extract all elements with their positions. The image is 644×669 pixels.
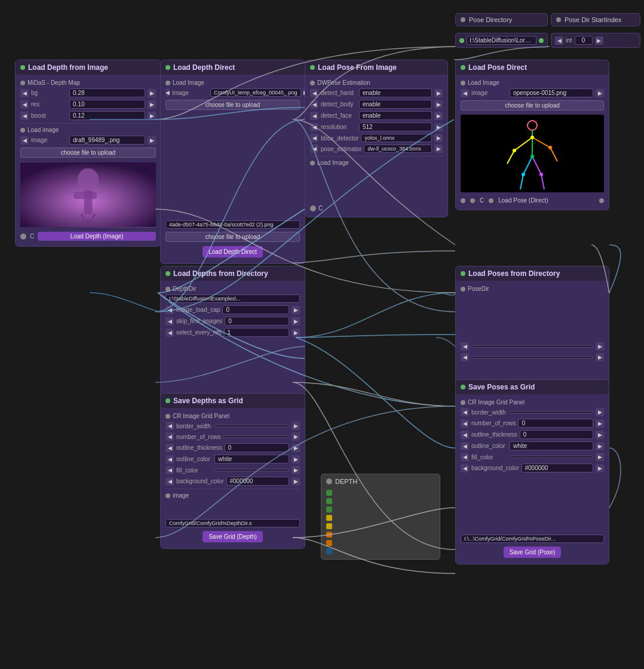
oc-next[interactable]: ▶ bbox=[596, 442, 604, 450]
file2-value[interactable]: 4ade-d507-4a75-b6d4-0a/scott7ed2 (2).png bbox=[165, 220, 300, 229]
r2-next[interactable]: ▶ bbox=[596, 353, 604, 361]
img-next[interactable]: ▶ bbox=[596, 89, 604, 97]
df-value[interactable]: enable bbox=[359, 111, 432, 120]
fc-value[interactable] bbox=[214, 469, 289, 471]
ilc-prev[interactable]: ◀ bbox=[165, 306, 174, 314]
dir-value[interactable]: I:\StableDiffusion\Examples\... bbox=[165, 294, 300, 303]
oc-value[interactable]: white bbox=[214, 455, 289, 464]
fc-next[interactable]: ▶ bbox=[292, 466, 300, 474]
image-value[interactable]: ComfyUI_temp_efceg_00045_.png bbox=[210, 88, 301, 97]
bg-prev[interactable]: ◀ bbox=[461, 464, 469, 472]
bg-value[interactable]: 0.28 bbox=[69, 88, 145, 97]
dh-value[interactable]: enable bbox=[359, 88, 432, 97]
pe-next[interactable]: ▶ bbox=[434, 145, 443, 153]
res-value[interactable]: 0.10 bbox=[69, 100, 145, 109]
filepath-value[interactable]: I:\...\ComfyGrid/ComfyGrid%PoseDir... bbox=[461, 535, 604, 543]
load-depth-direct-btn[interactable]: Load Depth Direct bbox=[203, 246, 263, 257]
oc-next[interactable]: ▶ bbox=[292, 455, 300, 464]
bg-next[interactable]: ▶ bbox=[292, 477, 300, 486]
res-prev[interactable]: ◀ bbox=[310, 123, 318, 131]
db-next[interactable]: ▶ bbox=[434, 100, 443, 109]
res-next[interactable]: ▶ bbox=[434, 123, 443, 131]
ot-next[interactable]: ▶ bbox=[596, 431, 604, 439]
nr-next[interactable]: ▶ bbox=[292, 432, 300, 441]
sf-prev[interactable]: ◀ bbox=[165, 317, 174, 326]
choose-file2-btn[interactable]: choose file to upload bbox=[165, 232, 300, 242]
bg-value[interactable]: #000000 bbox=[226, 477, 290, 486]
bw-next[interactable]: ▶ bbox=[596, 408, 604, 416]
image-prev[interactable]: ◀ bbox=[165, 88, 170, 97]
image-value[interactable]: draft_99489_.png bbox=[69, 136, 145, 145]
ilc-next[interactable]: ▶ bbox=[292, 306, 300, 314]
res-value[interactable]: 512 bbox=[359, 122, 432, 131]
oc-prev[interactable]: ◀ bbox=[461, 442, 469, 450]
pose-directory-value[interactable]: I:\StableDiffusion\Lora\OpenPo bbox=[467, 36, 536, 45]
res-next[interactable]: ▶ bbox=[148, 100, 156, 109]
bw-prev[interactable]: ◀ bbox=[461, 408, 469, 416]
ot-value[interactable]: 0 bbox=[520, 430, 593, 439]
db-value[interactable]: enable bbox=[359, 100, 432, 109]
nr-prev[interactable]: ◀ bbox=[165, 432, 174, 441]
bg-next[interactable]: ▶ bbox=[596, 464, 604, 472]
pe-prev[interactable]: ◀ bbox=[310, 145, 318, 153]
fc-value[interactable] bbox=[510, 456, 593, 458]
filepath-value[interactable]: ComfyGrid/ComfyGrid%DepthDir.s bbox=[165, 519, 300, 527]
nr-value[interactable] bbox=[223, 435, 289, 438]
ot-value[interactable]: 0 bbox=[225, 443, 289, 452]
nr-prev[interactable]: ◀ bbox=[461, 419, 469, 428]
res-prev[interactable]: ◀ bbox=[20, 100, 29, 109]
nr-next[interactable]: ▶ bbox=[596, 419, 604, 428]
boost-next[interactable]: ▶ bbox=[148, 112, 156, 120]
image-value[interactable]: openpose-0015.png bbox=[510, 88, 593, 97]
sn-prev[interactable]: ◀ bbox=[165, 329, 174, 337]
dh-next[interactable]: ▶ bbox=[434, 89, 443, 97]
dh-prev[interactable]: ◀ bbox=[310, 89, 318, 97]
image-prev[interactable]: ◀ bbox=[20, 136, 29, 145]
bbox-value[interactable]: yolox_l.onnx bbox=[361, 134, 432, 142]
bw-prev[interactable]: ◀ bbox=[165, 422, 174, 430]
fc-next[interactable]: ▶ bbox=[596, 453, 604, 461]
ot-prev[interactable]: ◀ bbox=[461, 431, 469, 439]
sf-next[interactable]: ▶ bbox=[292, 317, 300, 326]
image-next[interactable]: ▶ bbox=[148, 136, 156, 145]
oc-prev[interactable]: ◀ bbox=[165, 455, 174, 464]
db-prev[interactable]: ◀ bbox=[310, 100, 318, 109]
bw-next[interactable]: ▶ bbox=[292, 422, 300, 430]
boost-value[interactable]: 0.12 bbox=[69, 111, 145, 120]
ilc-value[interactable]: 0 bbox=[222, 305, 289, 314]
bg-prev[interactable]: ◀ bbox=[165, 477, 174, 486]
fc-prev[interactable]: ◀ bbox=[461, 453, 469, 461]
bw-value[interactable] bbox=[510, 411, 593, 413]
r2-prev[interactable]: ◀ bbox=[461, 353, 469, 361]
img-prev[interactable]: ◀ bbox=[461, 89, 469, 97]
pe-value[interactable]: dw-ll_ucoco_384.onnx bbox=[364, 145, 432, 153]
r1-prev[interactable]: ◀ bbox=[461, 342, 469, 351]
df-next[interactable]: ▶ bbox=[434, 112, 443, 120]
oc-value[interactable]: white bbox=[510, 441, 593, 450]
sf-value[interactable]: 0 bbox=[225, 317, 289, 326]
startindex-prev-btn[interactable]: ◀ bbox=[555, 36, 563, 45]
choose-file-btn[interactable]: choose file to upload bbox=[165, 100, 300, 110]
r2-value[interactable] bbox=[471, 356, 593, 358]
bw-value[interactable] bbox=[214, 425, 289, 427]
startindex-value[interactable]: 0 bbox=[575, 36, 593, 45]
bg-value[interactable]: #000000 bbox=[522, 464, 594, 472]
startindex-next-btn[interactable]: ▶ bbox=[595, 36, 603, 45]
save-grid-depth-btn[interactable]: Save Grid (Depth) bbox=[203, 531, 263, 542]
sn-next[interactable]: ▶ bbox=[292, 329, 300, 337]
r1-next[interactable]: ▶ bbox=[596, 342, 604, 351]
ot-prev[interactable]: ◀ bbox=[165, 444, 174, 452]
bbox-prev[interactable]: ◀ bbox=[310, 134, 318, 142]
choose-file-btn[interactable]: choose file to upload bbox=[461, 100, 604, 111]
nr-value[interactable]: 0 bbox=[518, 419, 593, 428]
bg-prev[interactable]: ◀ bbox=[20, 89, 29, 97]
bbox-next[interactable]: ▶ bbox=[434, 134, 443, 142]
ot-next[interactable]: ▶ bbox=[292, 444, 300, 452]
df-prev[interactable]: ◀ bbox=[310, 112, 318, 120]
r1-value[interactable] bbox=[471, 345, 593, 348]
boost-prev[interactable]: ◀ bbox=[20, 112, 29, 120]
save-grid-pose-btn[interactable]: Save Grid (Pose) bbox=[504, 547, 562, 558]
fc-prev[interactable]: ◀ bbox=[165, 466, 174, 474]
sn-value[interactable]: 1 bbox=[224, 328, 289, 337]
choose-file-btn[interactable]: choose file to upload bbox=[20, 148, 156, 158]
